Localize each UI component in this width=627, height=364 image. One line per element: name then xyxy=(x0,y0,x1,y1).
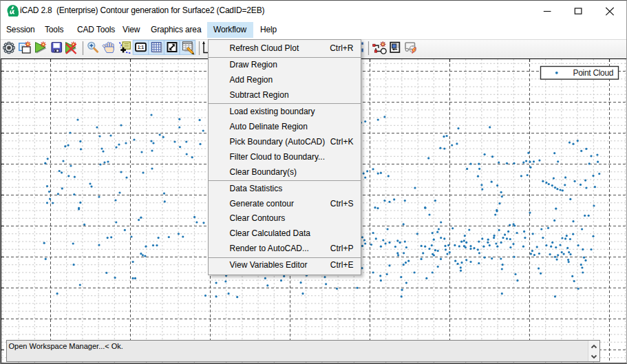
svg-text:1:1: 1:1 xyxy=(138,45,145,50)
svg-text:Point Cloud: Point Cloud xyxy=(573,68,614,78)
